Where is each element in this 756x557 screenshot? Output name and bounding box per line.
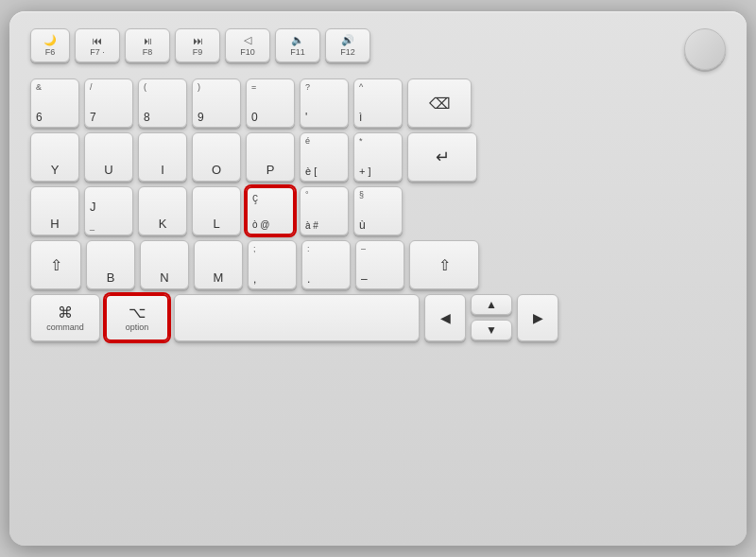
key-arrow-left[interactable]: ◀	[424, 294, 466, 341]
key-arrow-right[interactable]: ▶	[517, 294, 558, 341]
key-m[interactable]: M	[194, 240, 243, 289]
key-backspace[interactable]: ⌫	[407, 78, 472, 128]
key-0[interactable]: = 0	[246, 78, 295, 128]
keyboard-rows: 🌙 F6 ⏮ F7 · ⏯ F8	[30, 28, 726, 341]
key-option[interactable]: ⌥ option	[105, 294, 169, 341]
space-row: ⌘ command ⌥ option ◀	[30, 294, 726, 341]
keyboard-wrapper: 🌙 F6 ⏮ F7 · ⏯ F8	[9, 11, 747, 546]
key-arrow-down[interactable]: ▼	[471, 320, 512, 340]
key-y[interactable]: Y	[30, 132, 79, 182]
key-f12[interactable]: 🔊 F12	[325, 28, 370, 62]
mid-row: H J _ K L	[30, 186, 726, 235]
key-i[interactable]: I	[138, 132, 187, 182]
key-c-cedilla[interactable]: ç ò @	[246, 186, 295, 235]
key-caret[interactable]: ^ ì	[353, 78, 403, 128]
top-row: Y U I O	[30, 132, 726, 182]
key-period[interactable]: : .	[301, 240, 351, 289]
key-p[interactable]: P	[246, 132, 295, 182]
key-7[interactable]: / 7	[84, 78, 133, 128]
key-l[interactable]: L	[192, 186, 241, 235]
key-dash[interactable]: – –	[355, 240, 404, 289]
key-command[interactable]: ⌘ command	[30, 294, 100, 341]
key-apostrophe[interactable]: ? '	[300, 78, 349, 128]
key-shift-right[interactable]: ⇧	[409, 240, 479, 289]
key-f10[interactable]: ◁ F10	[225, 28, 270, 62]
key-plus[interactable]: * + ]	[353, 132, 403, 182]
key-u[interactable]: U	[84, 132, 133, 182]
key-k[interactable]: K	[138, 186, 187, 235]
key-comma[interactable]: ; ,	[248, 240, 297, 289]
keyboard-image: 🌙 F6 ⏮ F7 · ⏯ F8	[0, 0, 756, 557]
key-f6[interactable]: 🌙 F6	[30, 28, 70, 62]
key-o[interactable]: O	[192, 132, 241, 182]
bot-row: ⇧ B N M	[30, 240, 726, 289]
key-h[interactable]: H	[30, 186, 79, 235]
key-space[interactable]	[174, 294, 420, 341]
fn-row: 🌙 F6 ⏮ F7 · ⏯ F8	[30, 28, 726, 70]
key-u-grave[interactable]: § ù	[353, 186, 403, 235]
key-9[interactable]: ) 9	[192, 78, 241, 128]
key-f9[interactable]: ⏭ F9	[175, 28, 220, 62]
key-e-acute[interactable]: é è [	[300, 132, 349, 182]
key-touchid[interactable]	[684, 28, 726, 70]
key-8[interactable]: ( 8	[138, 78, 187, 128]
num-row: & 6 / 7 ( 8	[30, 78, 726, 128]
key-6[interactable]: & 6	[30, 78, 79, 128]
key-n[interactable]: N	[140, 240, 189, 289]
key-f11[interactable]: 🔈 F11	[275, 28, 320, 62]
key-return[interactable]: ↵	[407, 132, 477, 182]
key-f7[interactable]: ⏮ F7 ·	[75, 28, 120, 62]
key-arrow-up[interactable]: ▲	[471, 294, 512, 315]
key-f8[interactable]: ⏯ F8	[125, 28, 170, 62]
key-b[interactable]: B	[86, 240, 135, 289]
key-a-grave[interactable]: ° à #	[300, 186, 349, 235]
key-j[interactable]: J _	[84, 186, 133, 235]
key-shift-left[interactable]: ⇧	[30, 240, 81, 289]
